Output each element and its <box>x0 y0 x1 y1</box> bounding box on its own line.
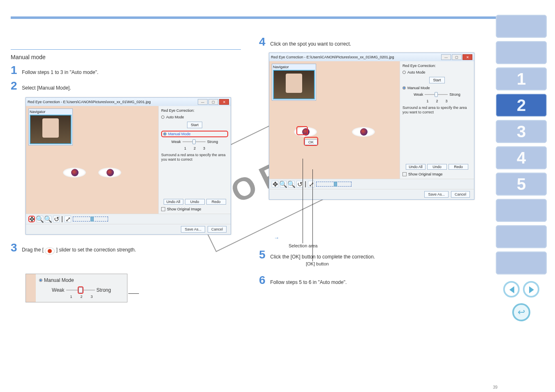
sidebar-item-ch2[interactable]: 2 <box>496 94 547 117</box>
zoom-slider-thumb[interactable] <box>90 217 94 221</box>
arrow-icon: → <box>274 235 279 241</box>
section-divider <box>11 49 241 50</box>
mini-slider-row: Weak Strong <box>39 287 124 293</box>
redo-button[interactable]: Redo <box>206 199 226 205</box>
back-button[interactable]: ↩ <box>512 303 530 321</box>
sidebar-item-contents[interactable] <box>496 41 547 64</box>
step-3-number: 3 <box>11 241 21 254</box>
sidebar-item-ref[interactable] <box>496 199 547 222</box>
strength-track[interactable] <box>183 141 206 142</box>
navigator-thumb-2[interactable] <box>273 70 315 99</box>
sidebar-item-index[interactable] <box>496 251 547 274</box>
mini-strong-label: Strong <box>97 287 111 293</box>
show-original-2[interactable]: Show Original Image <box>402 172 472 176</box>
close-button-2[interactable]: ✕ <box>462 54 472 60</box>
strength-slider-row: Weak Strong <box>161 140 228 144</box>
fit-2[interactable]: ⤢ <box>308 181 314 187</box>
sidebar-item-ch3[interactable]: 3 <box>496 120 547 143</box>
redo-2[interactable]: Redo <box>449 164 468 170</box>
undo-2[interactable]: Undo <box>427 164 447 170</box>
strong-label: Strong <box>207 140 218 144</box>
hand-tool-icon[interactable]: ✥ <box>28 216 35 222</box>
sidebar-item-ch4[interactable]: 4 <box>496 146 547 169</box>
revert-2[interactable]: ↺ <box>296 181 303 187</box>
zoom-slider[interactable] <box>73 217 108 221</box>
hand-tool-2[interactable]: ✥ <box>272 181 278 187</box>
step-3-pre: Drag the [ <box>22 247 44 253</box>
scale-1: 1 <box>184 146 186 150</box>
sidebar: 1 2 3 4 5 ◀ ▶ ↩ <box>496 15 547 321</box>
prev-page-button[interactable]: ◀ <box>503 281 520 297</box>
mini-manual-label: Manual Mode <box>44 277 74 283</box>
undo-all-button[interactable]: Undo All <box>164 199 183 205</box>
cancel-2[interactable]: Cancel <box>451 191 470 198</box>
sidebar-item-pref[interactable] <box>496 225 547 248</box>
step-2: 2 Select [Manual Mode]. <box>11 79 241 92</box>
panel-title: Red Eye Correction: <box>161 108 228 113</box>
dialog-toolbar: ✥ 🔍 🔍 ↺ | ⤢ <box>26 214 231 224</box>
callout-selection: Selection area <box>289 243 317 248</box>
thumb-2[interactable] <box>435 92 438 97</box>
zoom-out-icon[interactable]: 🔍 <box>45 216 51 222</box>
hint-2: Surround a red area to specify the area … <box>402 106 472 115</box>
min-button-2[interactable]: — <box>441 54 451 60</box>
strength-scale: 1 2 3 <box>161 146 228 150</box>
zoom-in-2[interactable]: 🔍 <box>280 181 287 187</box>
panel2-title: Red Eye Correction: <box>402 64 472 68</box>
step-3: 3 Drag the [ ] slider to set the correct… <box>11 241 241 254</box>
step-5-number: 5 <box>259 248 269 261</box>
step-1-number: 1 <box>11 64 21 77</box>
redeye-slider-icon <box>45 247 55 255</box>
navigator-label-2: Navigator <box>273 65 289 69</box>
ok-button-overlay[interactable]: OK <box>305 139 317 145</box>
save-as-2[interactable]: Save As... <box>424 191 449 198</box>
mini-track[interactable] <box>66 290 95 291</box>
mini-radio-manual[interactable]: Manual Mode <box>39 277 124 283</box>
radio2-manual[interactable]: Manual Mode <box>402 86 472 90</box>
step-6-number: 6 <box>259 274 269 287</box>
callout-ok: [OK] button <box>306 261 329 266</box>
fit-icon[interactable]: ⤢ <box>65 216 71 222</box>
eye-right <box>98 168 121 178</box>
next-page-button[interactable]: ▶ <box>523 281 539 297</box>
start-button-2[interactable]: Start <box>429 77 444 83</box>
step-2-number: 2 <box>11 79 21 92</box>
sidebar-item-intro[interactable] <box>496 15 547 38</box>
dialog2-footer: Save As... Cancel <box>269 189 474 199</box>
navigator-thumb[interactable] <box>30 115 72 144</box>
hint-text: Surround a red area to specify the area … <box>161 153 228 162</box>
zoom-in-icon[interactable]: 🔍 <box>37 216 43 222</box>
cancel-button[interactable]: Cancel <box>208 226 227 233</box>
eye-right-2 <box>352 127 375 137</box>
navigator-label: Navigator <box>30 110 46 114</box>
left-column: Manual mode 1 Follow steps 1 to 3 in "Au… <box>11 49 241 257</box>
zoom-out-2[interactable]: 🔍 <box>288 181 295 187</box>
show-original-checkbox[interactable]: Show Original Image <box>161 207 228 211</box>
sidebar-item-ch1[interactable]: 1 <box>496 67 547 90</box>
dialog2-image-area[interactable]: Navigator OK <box>269 61 400 179</box>
dialog-image-area[interactable]: Navigator <box>26 106 159 214</box>
dialog2-toolbar: ✥ 🔍 🔍 ↺ | ⤢ <box>269 179 474 189</box>
zoom-thumb-2[interactable] <box>334 182 337 187</box>
dialog-title-text: Red Eye Correction - E:\Users\CANON\Pict… <box>28 100 151 104</box>
min-button[interactable]: — <box>198 99 208 105</box>
max-button-2[interactable]: ▢ <box>452 54 462 60</box>
step-5-text: Click the [OK] button to complete the co… <box>270 254 375 260</box>
mini-thumb[interactable] <box>79 287 83 293</box>
save-as-button[interactable]: Save As... <box>181 226 205 233</box>
right-column: 4 Click on the spot you want to correct.… <box>259 33 481 200</box>
step-4-number: 4 <box>259 35 269 48</box>
max-button[interactable]: ▢ <box>208 99 218 105</box>
undo-button[interactable]: Undo <box>185 199 205 205</box>
start-button[interactable]: Start <box>187 122 202 128</box>
close-button[interactable]: ✕ <box>219 99 229 105</box>
strength-thumb[interactable] <box>192 139 196 144</box>
track-2[interactable] <box>425 94 448 95</box>
zoom-slider-2[interactable] <box>316 182 352 187</box>
undo-all-2[interactable]: Undo All <box>406 164 426 170</box>
radio-manual-mode[interactable]: Manual Mode <box>161 131 228 137</box>
radio2-auto[interactable]: Auto Mode <box>402 70 472 74</box>
sidebar-item-ch5[interactable]: 5 <box>496 173 547 196</box>
revert-icon[interactable]: ↺ <box>53 216 60 222</box>
radio-auto-mode[interactable]: Auto Mode <box>161 115 228 119</box>
